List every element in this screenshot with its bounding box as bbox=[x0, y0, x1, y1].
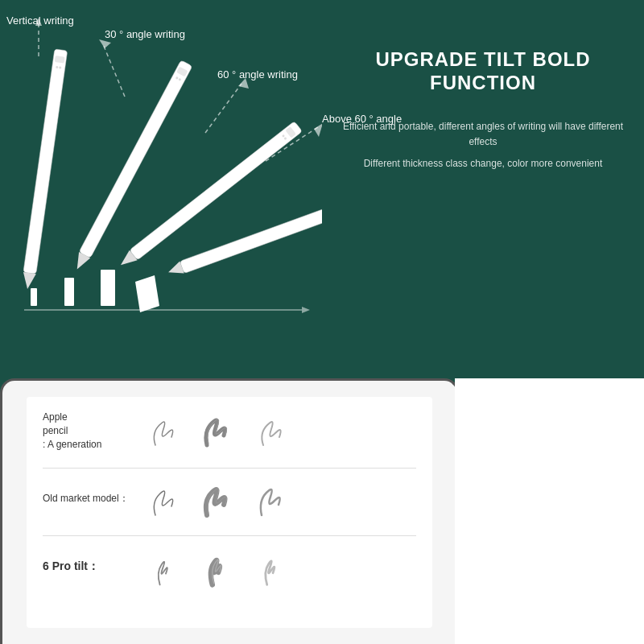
row-label-old: Old market model： bbox=[43, 492, 131, 506]
row-label-pro: 6 Pro tilt： bbox=[43, 559, 131, 575]
top-section: Vertical writing 30 ° angle writing 60 °… bbox=[0, 0, 644, 378]
label-vertical: Vertical writing bbox=[6, 14, 74, 27]
page-wrapper: Vertical writing 30 ° angle writing 60 °… bbox=[0, 0, 644, 644]
label-60: 60 ° angle writing bbox=[217, 68, 298, 80]
upgrade-title: UPGRADE TILT BOLD FUNCTION bbox=[338, 48, 628, 95]
upgrade-desc2: Different thickness class change, color … bbox=[338, 156, 628, 171]
svg-marker-29 bbox=[302, 307, 310, 313]
svg-line-2 bbox=[103, 44, 125, 97]
right-panel bbox=[455, 378, 644, 644]
upgrade-desc1: Efficient and portable, different angles… bbox=[338, 119, 628, 150]
svg-marker-12 bbox=[21, 272, 36, 290]
svg-line-4 bbox=[205, 84, 242, 133]
label-30: 30 ° angle writing bbox=[105, 28, 185, 40]
svg-marker-33 bbox=[135, 275, 159, 312]
row-old-market: Old market model： bbox=[43, 477, 416, 521]
ipad-screen: Applepencil: A generation bbox=[27, 397, 432, 628]
svg-rect-30 bbox=[31, 288, 37, 306]
svg-rect-8 bbox=[23, 49, 68, 275]
row-label-apple: Applepencil: A generation bbox=[43, 411, 131, 451]
svg-marker-3 bbox=[99, 39, 111, 48]
row-strokes-old bbox=[143, 477, 295, 521]
upgrade-section: UPGRADE TILT BOLD FUNCTION Efficient and… bbox=[338, 48, 628, 178]
ipad-mockup: Applepencil: A generation bbox=[0, 378, 459, 644]
svg-rect-32 bbox=[101, 270, 115, 306]
row-strokes-apple bbox=[143, 409, 295, 453]
row-strokes-pro bbox=[143, 544, 295, 588]
svg-marker-7 bbox=[314, 123, 322, 137]
row-pro-tilt: 6 Pro tilt： bbox=[43, 544, 416, 588]
svg-rect-31 bbox=[64, 278, 74, 306]
bottom-section: Applepencil: A generation bbox=[0, 378, 644, 644]
svg-rect-9 bbox=[55, 56, 65, 64]
row-apple-gen1: Applepencil: A generation bbox=[43, 409, 416, 453]
